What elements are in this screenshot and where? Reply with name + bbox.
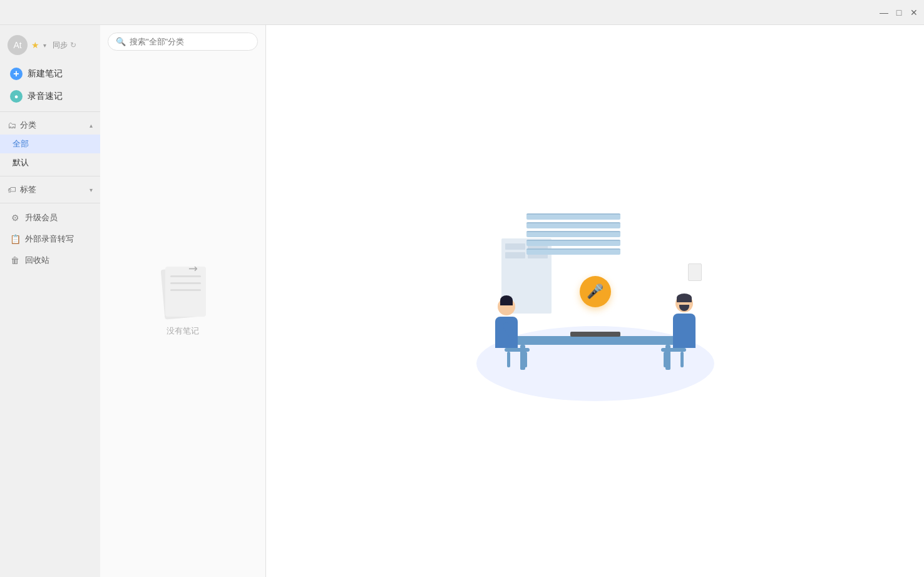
- sidebar-item-external-audio[interactable]: 📋 外部录音转写: [0, 228, 100, 250]
- tags-section-left: 🏷 标签: [8, 184, 36, 195]
- trash-icon: 🗑: [10, 255, 20, 265]
- sidebar-item-all[interactable]: 全部: [0, 135, 100, 153]
- folder-icon: 🗂: [8, 120, 16, 130]
- person-right-hair: [677, 294, 692, 302]
- user-chevron-icon: ▾: [43, 42, 46, 49]
- person-left-head: [498, 298, 515, 315]
- audio-note-label: 录音速记: [28, 91, 63, 102]
- sidebar-item-upgrade[interactable]: ⚙ 升级会员: [0, 207, 100, 228]
- upgrade-icon: ⚙: [10, 213, 20, 223]
- tag-icon: 🏷: [8, 185, 16, 195]
- minimize-button[interactable]: —: [879, 8, 889, 18]
- stool-left: [505, 348, 530, 370]
- external-audio-label: 外部录音转写: [25, 233, 74, 245]
- categories-label: 分类: [20, 120, 36, 131]
- categories-section[interactable]: 🗂 分类 ▴: [0, 116, 100, 135]
- mic-bubble: 🎤: [580, 276, 611, 307]
- user-row[interactable]: At ★ ▾ 同步 ↻: [0, 30, 100, 60]
- star-icon: ★: [31, 40, 39, 50]
- blind-slat-4: [526, 240, 620, 246]
- person-left-body: [495, 317, 518, 348]
- maximize-button[interactable]: □: [894, 8, 904, 18]
- plus-icon: +: [10, 68, 23, 80]
- stool-legs-right: [661, 352, 686, 367]
- search-bar: 🔍: [100, 25, 265, 58]
- stool-leg-lr: [524, 352, 527, 367]
- laptop: [570, 332, 620, 337]
- sync-area[interactable]: 同步 ↻: [53, 40, 76, 51]
- plus-symbol: +: [13, 68, 19, 79]
- person-right: [673, 295, 696, 348]
- person-right-beard: [679, 305, 689, 311]
- empty-notes-state: ↗ 没有笔记: [100, 58, 265, 577]
- all-label: 全部: [13, 138, 29, 150]
- close-button[interactable]: ✕: [909, 8, 919, 18]
- titlebar-controls: — □ ✕: [879, 8, 919, 18]
- stool-leg-ll: [507, 352, 510, 367]
- categories-section-left: 🗂 分类: [8, 120, 36, 131]
- paper-held: [688, 263, 702, 281]
- blind-slat-2: [526, 222, 620, 228]
- divider-3: [0, 203, 100, 203]
- person-right-body: [673, 314, 696, 348]
- upgrade-label: 升级会员: [25, 212, 58, 223]
- categories-chevron-icon: ▴: [90, 122, 93, 129]
- paper-line-2: [170, 282, 201, 284]
- building-window-3: [505, 252, 525, 258]
- avatar: At: [8, 35, 28, 55]
- titlebar: — □ ✕: [0, 0, 924, 25]
- audio-symbol: ●: [14, 93, 19, 100]
- middle-panel: 🔍 ↗ 没有笔记: [100, 25, 266, 577]
- table-surface: [501, 336, 689, 345]
- default-label: 默认: [13, 157, 29, 168]
- audio-note-button[interactable]: ● 录音速记: [0, 85, 100, 108]
- sidebar-item-default[interactable]: 默认: [0, 153, 100, 172]
- person-left: [495, 298, 518, 348]
- window-blinds: [526, 213, 620, 257]
- mic-icon: 🎤: [587, 283, 603, 300]
- illustration-scene: 🎤: [464, 201, 727, 401]
- main-content: 🎤: [266, 25, 924, 577]
- stool-leg-rl: [664, 352, 667, 367]
- audio-icon: ●: [10, 90, 23, 103]
- app-layout: At ★ ▾ 同步 ↻ + 新建笔记 ● 录音速记 🗂: [0, 25, 924, 577]
- stool-legs-left: [505, 352, 530, 367]
- external-audio-icon: 📋: [10, 234, 20, 244]
- new-note-button[interactable]: + 新建笔记: [0, 63, 100, 85]
- person-right-head: [675, 295, 693, 312]
- stool-right: [661, 348, 686, 370]
- divider-2: [0, 176, 100, 176]
- tags-chevron-icon: ▾: [90, 186, 93, 193]
- sidebar-item-trash[interactable]: 🗑 回收站: [0, 250, 100, 271]
- person-left-arm: [501, 322, 516, 341]
- trash-label: 回收站: [25, 255, 49, 266]
- empty-text: 没有笔记: [167, 325, 199, 337]
- blind-slat-5: [526, 248, 620, 255]
- divider-1: [0, 111, 100, 112]
- paper-front: [165, 267, 206, 317]
- blind-slat-3: [526, 231, 620, 237]
- paper-line-3: [170, 289, 201, 291]
- sidebar: At ★ ▾ 同步 ↻ + 新建笔记 ● 录音速记 🗂: [0, 25, 100, 577]
- tags-label: 标签: [20, 184, 36, 195]
- search-icon: 🔍: [116, 37, 126, 46]
- stool-leg-rr: [680, 352, 684, 367]
- building-window-1: [505, 243, 525, 250]
- search-input[interactable]: [130, 37, 250, 46]
- sync-icon: ↻: [70, 41, 76, 49]
- new-note-label: 新建笔记: [28, 68, 63, 79]
- empty-illustration: ↗: [151, 262, 214, 318]
- paper-line-1: [170, 275, 201, 277]
- blind-slat-1: [526, 213, 620, 220]
- tags-section[interactable]: 🏷 标签 ▾: [0, 180, 100, 199]
- search-input-wrap[interactable]: 🔍: [108, 33, 258, 51]
- person-left-hair: [500, 295, 513, 305]
- sync-label: 同步: [53, 40, 68, 51]
